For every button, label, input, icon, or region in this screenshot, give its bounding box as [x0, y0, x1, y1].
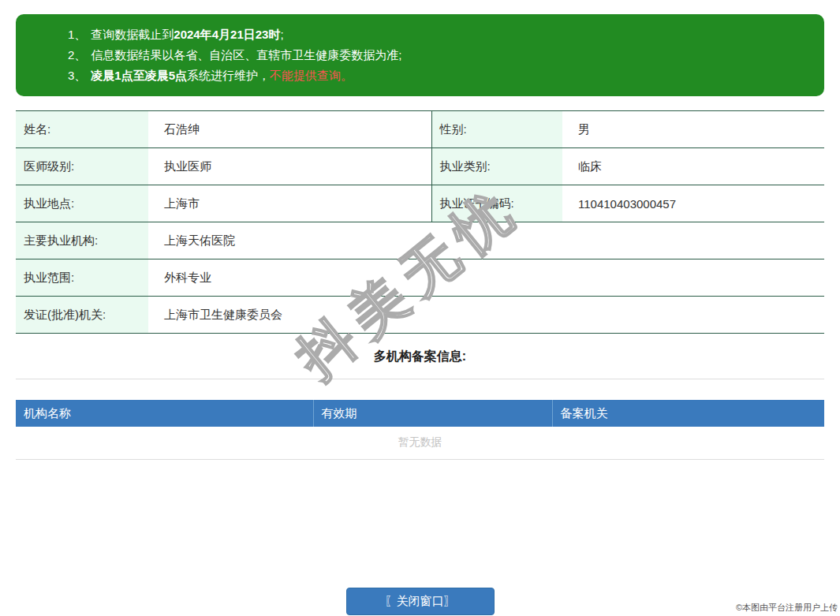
practitioner-info-table: 姓名: 石浩绅 性别: 男 医师级别: 执业医师 执业类别: 临床 执业地点: … [16, 110, 824, 334]
notice-line-2-text: 信息数据结果以各省、自治区、直辖市卫生健康委数据为准; [91, 48, 401, 62]
multi-institution-section-title: 多机构备案信息: [16, 334, 824, 379]
column-header-validity-period: 有效期 [313, 400, 552, 427]
table-row: 姓名: 石浩绅 性别: 男 [16, 111, 824, 148]
filing-table: 机构名称 有效期 备案机关 暂无数据 [16, 400, 824, 460]
field-value-issuing-authority: 上海市卫生健康委员会 [148, 297, 824, 334]
notice-line-3-number: 3、 [68, 69, 86, 82]
page-content: 1、查询数据截止到2024年4月21日23时; 2、信息数据结果以各省、自治区、… [16, 14, 824, 615]
field-label-practice-location: 执业地点: [16, 185, 148, 222]
field-label-certificate-number: 执业证书编码: [431, 185, 562, 222]
field-value-practice-location: 上海市 [148, 185, 431, 222]
notice-line-1-number: 1、 [68, 28, 86, 41]
filing-table-header-row: 机构名称 有效期 备案机关 [16, 400, 824, 427]
field-value-practice-category: 临床 [562, 148, 824, 185]
notice-line-1-text: 查询数据截止到 [91, 28, 174, 41]
notice-line-1: 1、查询数据截止到2024年4月21日23时; [68, 24, 808, 45]
notice-line-2-number: 2、 [68, 48, 86, 62]
table-row: 执业范围: 外科专业 [16, 259, 824, 297]
notice-line-2: 2、信息数据结果以各省、自治区、直辖市卫生健康委数据为准; [68, 45, 808, 65]
no-data-message: 暂无数据 [16, 427, 824, 459]
field-label-doctor-level: 医师级别: [16, 148, 148, 185]
field-value-gender: 男 [562, 111, 824, 148]
field-value-main-institution: 上海天佑医院 [148, 222, 824, 259]
field-label-issuing-authority: 发证(批准)机关: [16, 297, 148, 334]
field-label-practice-scope: 执业范围: [16, 259, 148, 297]
notice-line-1-punct: ; [280, 28, 283, 41]
field-value-practice-scope: 外科专业 [148, 259, 824, 297]
notice-line-3: 3、凌晨1点至凌晨5点系统进行维护，不能提供查询。 [68, 65, 808, 86]
notice-box: 1、查询数据截止到2024年4月21日23时; 2、信息数据结果以各省、自治区、… [16, 14, 824, 96]
field-label-practice-category: 执业类别: [431, 148, 562, 185]
field-label-main-institution: 主要执业机构: [16, 222, 148, 259]
notice-line-3-red-warning: 不能提供查询。 [270, 69, 353, 82]
close-window-button[interactable]: 〖关闭窗口〗 [346, 588, 495, 615]
field-label-gender: 性别: [431, 111, 562, 148]
upload-credit-text: ©本图由平台注册用户上传 [736, 602, 838, 614]
column-header-institution-name: 机构名称 [16, 400, 313, 427]
field-value-doctor-level: 执业医师 [148, 148, 431, 185]
field-value-certificate-number: 110410403000457 [562, 185, 824, 222]
filing-table-empty-row: 暂无数据 [16, 427, 824, 459]
table-row: 主要执业机构: 上海天佑医院 [16, 222, 824, 259]
notice-line-3-bold-time: 凌晨1点至凌晨5点 [91, 69, 187, 82]
table-row: 执业地点: 上海市 执业证书编码: 110410403000457 [16, 185, 824, 222]
field-label-name: 姓名: [16, 111, 148, 148]
table-row: 发证(批准)机关: 上海市卫生健康委员会 [16, 297, 824, 334]
button-row: 〖关闭窗口〗 [16, 588, 824, 615]
column-header-filing-authority: 备案机关 [552, 400, 824, 427]
notice-line-1-bold-date: 2024年4月21日23时 [174, 28, 280, 41]
notice-line-3-text: 系统进行维护， [187, 69, 270, 82]
field-value-name: 石浩绅 [148, 111, 431, 148]
table-row: 医师级别: 执业医师 执业类别: 临床 [16, 148, 824, 185]
